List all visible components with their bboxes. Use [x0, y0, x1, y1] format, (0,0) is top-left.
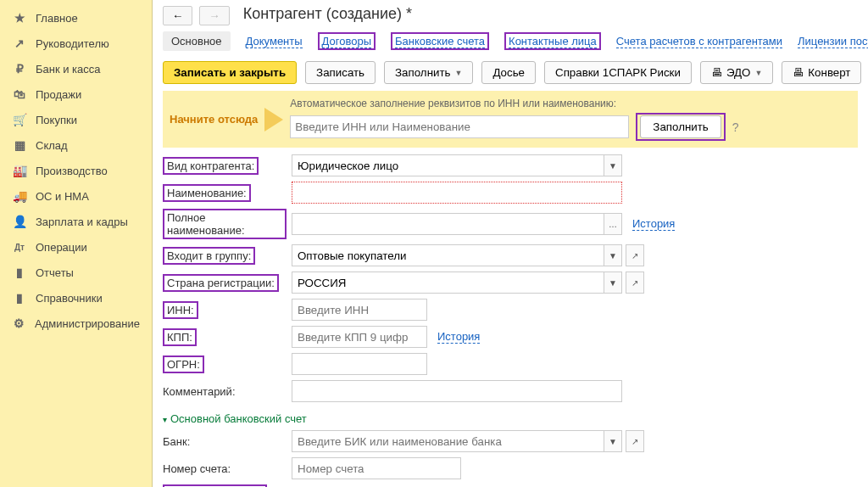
- dropdown-icon[interactable]: ▼: [604, 244, 622, 266]
- inn-field[interactable]: [292, 299, 427, 321]
- print-icon: 🖶: [711, 66, 722, 79]
- type-field[interactable]: [292, 154, 604, 176]
- ogrn-field[interactable]: [292, 353, 427, 375]
- chevron-down-icon: ▼: [754, 69, 762, 77]
- page-title: Контрагент (создание) *: [243, 5, 412, 23]
- autofill-input[interactable]: [290, 115, 629, 138]
- tab-bar: Основное Документы Договоры Банковские с…: [163, 28, 858, 58]
- nav-label: Производство: [36, 165, 108, 177]
- name-label: Наименование:: [163, 184, 251, 202]
- person-icon: 👤: [12, 214, 27, 229]
- account-label: Номер счета:: [163, 462, 231, 475]
- history-link-kpp[interactable]: История: [437, 330, 480, 344]
- account-field[interactable]: [292, 457, 461, 479]
- forward-button[interactable]: →: [199, 6, 229, 25]
- nav-catalogs[interactable]: ▮Справочники: [0, 285, 152, 311]
- nav-label: Зарплата и кадры: [36, 216, 128, 228]
- factory-icon: 🏭: [12, 163, 27, 178]
- nav-label: Покупки: [36, 114, 77, 126]
- nav-warehouse[interactable]: ▦Склад: [0, 132, 152, 158]
- sidebar: ★Главное ↗Руководителю ₽Банк и касса 🛍Пр…: [0, 0, 153, 487]
- dropdown-icon[interactable]: ▼: [604, 430, 622, 452]
- bank-label: Банк:: [163, 435, 190, 448]
- ruble-icon: ₽: [12, 61, 27, 76]
- inn-label: ИНН:: [163, 301, 198, 319]
- chart-icon: ↗: [12, 36, 27, 51]
- bars-icon: ▮: [12, 265, 27, 280]
- autofill-button[interactable]: Заполнить: [640, 115, 721, 138]
- open-icon[interactable]: ↗: [626, 430, 644, 452]
- action-bar: Записать и закрыть Записать Заполнить▼ Д…: [163, 58, 858, 91]
- start-here-label: Начните отсюда: [170, 113, 258, 126]
- comment-field[interactable]: [292, 380, 622, 402]
- truck-icon: 🚚: [12, 188, 27, 204]
- fill-button[interactable]: Заполнить▼: [384, 61, 473, 84]
- save-close-button[interactable]: Записать и закрыть: [163, 61, 297, 84]
- nav-admin[interactable]: ⚙Администрирование: [0, 311, 152, 336]
- arrow-icon: [264, 108, 283, 132]
- book-icon: ▮: [12, 290, 27, 305]
- nav-label: Справочники: [36, 292, 103, 305]
- tab-settlement[interactable]: Счета расчетов с контрагентами: [616, 35, 782, 48]
- fullname-field[interactable]: [292, 213, 604, 235]
- nav-label: ОС и НМА: [36, 190, 89, 203]
- nav-main[interactable]: ★Главное: [0, 5, 152, 31]
- nav-sales[interactable]: 🛍Продажи: [0, 81, 152, 107]
- nav-label: Отчеты: [36, 266, 74, 279]
- debit-icon: Дт: [12, 239, 27, 255]
- nav-bank[interactable]: ₽Банк и касса: [0, 56, 152, 81]
- dossier-button[interactable]: Досье: [481, 61, 536, 84]
- gear-icon: ⚙: [12, 316, 26, 331]
- group-field[interactable]: [292, 244, 604, 266]
- nav-label: Главное: [36, 12, 78, 25]
- cart-icon: 🛒: [12, 112, 27, 127]
- nav-label: Банк и касса: [36, 63, 101, 76]
- kpp-field[interactable]: [292, 326, 427, 348]
- name-field[interactable]: [292, 182, 622, 204]
- tab-licenses[interactable]: Лицензии поставщи: [798, 35, 868, 48]
- chevron-down-icon: ▾: [163, 415, 167, 424]
- group-label: Входит в группу:: [163, 247, 255, 265]
- print-icon: 🖶: [793, 66, 804, 79]
- tab-contracts[interactable]: Договоры: [322, 35, 371, 48]
- chevron-down-icon: ▼: [455, 69, 463, 77]
- back-button[interactable]: ←: [163, 6, 192, 25]
- autofill-box: Начните отсюда Автоматическое заполнение…: [163, 91, 858, 148]
- spark-button[interactable]: Справки 1СПАРК Риски: [544, 61, 692, 84]
- nav-label: Склад: [36, 139, 68, 152]
- dropdown-icon[interactable]: ▼: [604, 271, 622, 294]
- open-icon[interactable]: ↗: [626, 244, 644, 266]
- tab-main[interactable]: Основное: [163, 31, 231, 51]
- main-area: ← → Контрагент (создание) * Основное Док…: [153, 0, 868, 487]
- nav-label: Администрирование: [35, 317, 140, 330]
- open-icon[interactable]: ↗: [626, 271, 644, 294]
- nav-production[interactable]: 🏭Производство: [0, 158, 152, 183]
- star-icon: ★: [12, 10, 27, 25]
- nav-manager[interactable]: ↗Руководителю: [0, 31, 152, 56]
- history-link[interactable]: История: [632, 217, 675, 231]
- help-icon[interactable]: ?: [732, 120, 739, 134]
- bank-field[interactable]: [292, 430, 604, 452]
- grid-icon: ▦: [12, 137, 27, 153]
- nav-reports[interactable]: ▮Отчеты: [0, 260, 152, 285]
- nav-hr[interactable]: 👤Зарплата и кадры: [0, 209, 152, 234]
- kpp-label: КПП:: [163, 328, 197, 346]
- nav-assets[interactable]: 🚚ОС и НМА: [0, 183, 152, 209]
- tab-documents[interactable]: Документы: [246, 35, 303, 48]
- nav-purchases[interactable]: 🛒Покупки: [0, 107, 152, 132]
- dropdown-icon[interactable]: ▼: [604, 154, 622, 176]
- konvert-button[interactable]: 🖶Конверт: [782, 61, 861, 84]
- nav-operations[interactable]: ДтОперации: [0, 234, 152, 260]
- fullname-label: Полное наименование:: [163, 209, 287, 239]
- nav-label: Продажи: [36, 88, 81, 101]
- tab-contacts[interactable]: Контактные лица: [509, 35, 597, 48]
- ogrn-label: ОГРН:: [163, 355, 204, 373]
- country-field[interactable]: [292, 271, 604, 294]
- edo-button[interactable]: 🖶ЭДО▼: [700, 61, 773, 84]
- tab-bank-accounts[interactable]: Банковские счета: [395, 35, 485, 48]
- bank-section-toggle[interactable]: ▾Основной банковский счет: [163, 412, 307, 425]
- country-label: Страна регистрации:: [163, 274, 279, 292]
- save-button[interactable]: Записать: [305, 61, 376, 84]
- comment-label: Комментарий:: [163, 385, 236, 398]
- more-icon[interactable]: …: [604, 213, 622, 235]
